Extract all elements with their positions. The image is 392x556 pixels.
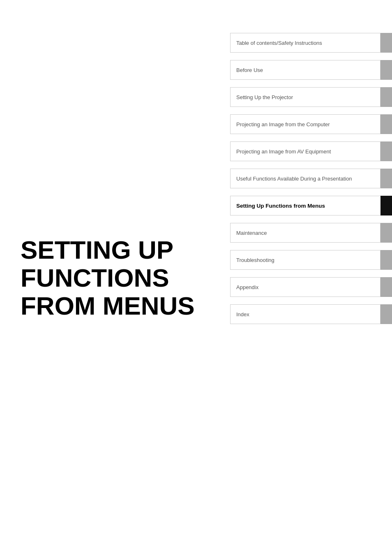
- nav-item-label-projecting-from-computer: Projecting an Image from the Computer: [230, 114, 380, 134]
- nav-item-label-projecting-from-av: Projecting an Image from AV Equipment: [230, 141, 380, 161]
- nav-item-useful-functions[interactable]: Useful Functions Available During a Pres…: [230, 169, 392, 188]
- nav-item-setting-up-functions[interactable]: Setting Up Functions from Menus: [230, 196, 392, 215]
- nav-item-table-of-contents[interactable]: Table of contents/Safety Instructions: [230, 33, 392, 53]
- nav-item-projecting-from-computer[interactable]: Projecting an Image from the Computer: [230, 114, 392, 134]
- right-nav: Table of contents/Safety InstructionsBef…: [230, 0, 392, 556]
- nav-item-label-appendix: Appendix: [230, 277, 380, 297]
- nav-item-label-maintenance: Maintenance: [230, 223, 380, 243]
- nav-item-tab-appendix: [380, 277, 392, 297]
- nav-item-tab-projecting-from-av: [380, 141, 392, 161]
- nav-item-tab-setting-up-projector: [380, 87, 392, 107]
- nav-item-label-troubleshooting: Troubleshooting: [230, 250, 380, 270]
- nav-item-tab-maintenance: [380, 223, 392, 243]
- main-title: SETTING UPFUNCTIONSFROM MENUS: [21, 236, 195, 320]
- nav-item-projecting-from-av[interactable]: Projecting an Image from AV Equipment: [230, 141, 392, 161]
- nav-item-setting-up-projector[interactable]: Setting Up the Projector: [230, 87, 392, 107]
- nav-item-tab-projecting-from-computer: [380, 114, 392, 134]
- nav-item-label-setting-up-projector: Setting Up the Projector: [230, 87, 380, 107]
- nav-item-troubleshooting[interactable]: Troubleshooting: [230, 250, 392, 270]
- nav-item-tab-table-of-contents: [380, 33, 392, 53]
- nav-item-label-before-use: Before Use: [230, 60, 380, 80]
- nav-item-tab-troubleshooting: [380, 250, 392, 270]
- nav-item-before-use[interactable]: Before Use: [230, 60, 392, 80]
- left-section: SETTING UPFUNCTIONSFROM MENUS: [0, 0, 230, 556]
- nav-item-tab-useful-functions: [380, 169, 392, 188]
- nav-item-tab-before-use: [380, 60, 392, 80]
- nav-item-tab-index: [380, 304, 392, 324]
- nav-item-label-index: Index: [230, 304, 380, 324]
- nav-item-label-table-of-contents: Table of contents/Safety Instructions: [230, 33, 380, 53]
- nav-item-maintenance[interactable]: Maintenance: [230, 223, 392, 243]
- nav-item-index[interactable]: Index: [230, 304, 392, 324]
- page-container: SETTING UPFUNCTIONSFROM MENUS Table of c…: [0, 0, 392, 556]
- nav-item-label-useful-functions: Useful Functions Available During a Pres…: [230, 169, 380, 188]
- nav-item-appendix[interactable]: Appendix: [230, 277, 392, 297]
- nav-item-tab-setting-up-functions: [380, 196, 392, 215]
- nav-item-label-setting-up-functions: Setting Up Functions from Menus: [230, 196, 380, 215]
